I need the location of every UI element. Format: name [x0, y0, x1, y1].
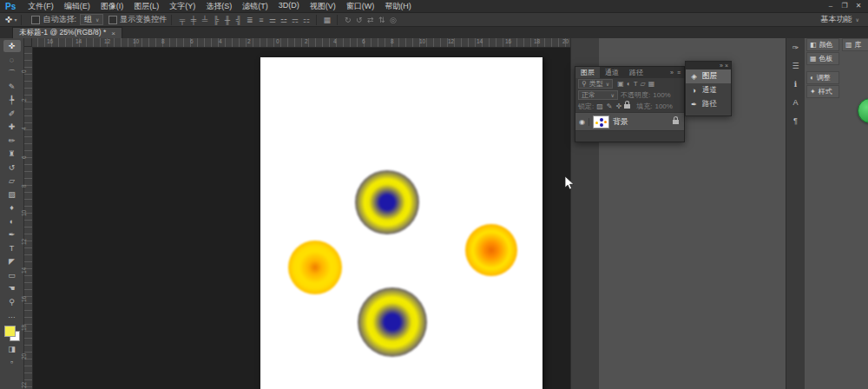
layers-panel-tab-2[interactable]: 路径 — [624, 67, 648, 78]
distribute-left-edges-icon[interactable]: ⚍ — [278, 16, 289, 24]
filter-smart-objects-icon[interactable]: ▦ — [648, 80, 655, 88]
info-panel-icon[interactable]: ℹ — [789, 78, 803, 90]
distribute-right-edges-icon[interactable]: ⚏ — [300, 16, 312, 24]
tab-close-icon[interactable]: × — [111, 30, 115, 37]
lock-position-icon[interactable]: ✜ — [616, 102, 622, 110]
quick-selection-tool[interactable]: ✎ — [3, 81, 21, 93]
swatches-panel-button[interactable]: ▦色板 — [806, 52, 839, 65]
align-horizontal-centers-icon[interactable]: ╫ — [221, 16, 233, 24]
menu-item-1[interactable]: 编辑(E) — [59, 1, 95, 12]
lock-all-icon[interactable] — [624, 104, 630, 109]
healing-brush-tool[interactable]: ✚ — [3, 121, 21, 133]
adjustments-panel-button[interactable]: ◐调整 — [806, 71, 839, 84]
floating-panel-titlebar[interactable]: » × — [686, 62, 731, 69]
styles-panel-button[interactable]: ✦样式 — [806, 85, 839, 98]
menu-item-0[interactable]: 文件(F) — [23, 1, 59, 12]
layer-visibility-eye-icon[interactable]: ◉ — [575, 118, 589, 126]
layer-filter-kind-dropdown[interactable]: ⚲ 类型 ∨ — [578, 79, 613, 89]
3d-orbit-icon[interactable]: ↻ — [342, 16, 353, 24]
lock-image-pixels-icon[interactable]: ✎ — [607, 102, 613, 110]
hand-tool[interactable]: ☚ — [3, 282, 21, 294]
screen-mode-button[interactable]: ▫ — [3, 356, 21, 368]
paragraph-panel-icon[interactable]: ¶ — [789, 115, 803, 127]
3d-roll-icon[interactable]: ↺ — [353, 16, 365, 24]
orange-ring-circle-right[interactable] — [465, 224, 517, 276]
menu-item-6[interactable]: 滤镜(T) — [237, 1, 273, 12]
move-tool[interactable]: ✜ — [3, 40, 21, 52]
distribute-horizontal-centers-icon[interactable]: ⚎ — [289, 16, 300, 24]
menu-item-8[interactable]: 视图(V) — [305, 1, 341, 12]
current-tool-icon[interactable]: ✜▾ — [5, 15, 16, 24]
zoom-tool[interactable]: ⚲ — [3, 296, 21, 308]
fill-value[interactable]: 100% — [654, 102, 672, 110]
character-panel-icon[interactable]: A — [789, 96, 803, 109]
menu-item-3[interactable]: 图层(L) — [128, 1, 164, 12]
layers-panel-tab-0[interactable]: 图层 — [575, 67, 600, 78]
eraser-tool[interactable]: ▱ — [3, 175, 21, 187]
path-selection-tool[interactable]: ◤ — [3, 255, 21, 267]
panel-menu-icon[interactable]: » ≡ — [670, 69, 684, 76]
orange-ball-left[interactable] — [288, 241, 342, 294]
properties-panel-icon[interactable]: ☰ — [789, 60, 803, 72]
vertical-ruler[interactable]: 0246810121416182022 — [24, 47, 33, 389]
auto-select-checkbox[interactable] — [31, 16, 40, 24]
menu-item-9[interactable]: 窗口(W) — [341, 1, 380, 12]
align-bottom-edges-icon[interactable]: ╧ — [199, 16, 210, 24]
document-tab[interactable]: 未标题-1 @ 25%(RGB/8) * × — [12, 27, 122, 38]
align-vertical-centers-icon[interactable]: ╪ — [187, 16, 199, 24]
workspace-switcher[interactable]: 基本功能∨ — [821, 14, 868, 25]
blue-ring-circle-top[interactable] — [355, 170, 419, 234]
align-right-edges-icon[interactable]: ╣ — [233, 16, 244, 24]
marquee-tool[interactable]: ◌ — [3, 54, 21, 66]
horizontal-ruler[interactable]: 16141210864202468101214161820 — [24, 38, 570, 48]
restore-button[interactable]: ❐ — [838, 1, 851, 11]
distribute-bottom-edges-icon[interactable]: ⚌ — [266, 16, 278, 24]
layer-thumbnail[interactable] — [593, 115, 609, 129]
3d-pan-icon[interactable]: ⇄ — [365, 16, 376, 24]
eyedropper-tool[interactable]: ✐ — [3, 108, 21, 120]
menu-item-5[interactable]: 选择(S) — [201, 1, 237, 12]
menu-item-4[interactable]: 文字(Y) — [164, 1, 201, 12]
dodge-tool[interactable]: ◐ — [3, 215, 21, 227]
lasso-tool[interactable]: ⌒ — [3, 67, 21, 79]
distribute-vertical-centers-icon[interactable]: ≡ — [255, 16, 266, 24]
blend-mode-dropdown[interactable]: 正常∨ — [578, 90, 618, 100]
align-top-edges-icon[interactable]: ╤ — [176, 16, 187, 24]
type-tool[interactable]: T — [3, 242, 21, 254]
filter-adjustment-layers-icon[interactable]: ◐ — [627, 80, 631, 88]
history-brush-tool[interactable]: ↺ — [3, 162, 21, 174]
float-channels-item[interactable]: ◑通道 — [686, 83, 731, 97]
quick-mask-button[interactable]: ◨ — [3, 343, 21, 355]
shape-tool[interactable]: ▭ — [3, 269, 21, 281]
3d-slide-icon[interactable]: ⇅ — [376, 16, 387, 24]
layer-row-background[interactable]: ◉ 背景 — [575, 112, 684, 131]
opacity-value[interactable]: 100% — [653, 91, 670, 99]
brush-panel-icon[interactable]: ✑ — [789, 42, 803, 54]
crop-tool[interactable]: ╄ — [3, 94, 21, 106]
filter-pixel-layers-icon[interactable]: ▣ — [617, 80, 624, 88]
clone-stamp-tool[interactable]: ♜ — [3, 148, 21, 160]
lock-transparent-pixels-icon[interactable]: ▨ — [596, 102, 603, 110]
blue-ring-circle-bottom[interactable] — [358, 287, 427, 357]
auto-select-dropdown[interactable]: 组∨ — [80, 14, 103, 25]
pen-tool[interactable]: ✒ — [3, 228, 21, 241]
gradient-tool[interactable]: ▨ — [3, 188, 21, 201]
minimize-button[interactable]: – — [825, 1, 837, 11]
menu-item-10[interactable]: 帮助(H) — [379, 1, 417, 12]
float-paths-item[interactable]: ✒路径 — [686, 97, 731, 111]
color-swatches[interactable] — [4, 326, 20, 341]
distribute-top-edges-icon[interactable]: ≣ — [244, 16, 255, 24]
filter-shape-layers-icon[interactable]: ▱ — [641, 80, 646, 88]
foreground-color-swatch[interactable] — [4, 326, 16, 337]
canvas[interactable] — [260, 57, 542, 389]
show-transform-checkbox[interactable] — [108, 16, 117, 24]
libraries-panel-button[interactable]: ▥库 — [842, 38, 868, 51]
close-button[interactable]: ✕ — [852, 1, 865, 11]
align-left-edges-icon[interactable]: ╠ — [210, 16, 221, 24]
filter-type-layers-icon[interactable]: T — [634, 80, 638, 88]
layers-panel-tab-1[interactable]: 通道 — [600, 67, 624, 78]
blur-tool[interactable]: ♦ — [3, 201, 21, 214]
menu-item-7[interactable]: 3D(D) — [273, 1, 305, 12]
color-panel-button[interactable]: ◧颜色 — [806, 38, 839, 51]
float-layers-item[interactable]: ◈图层 — [686, 69, 731, 83]
